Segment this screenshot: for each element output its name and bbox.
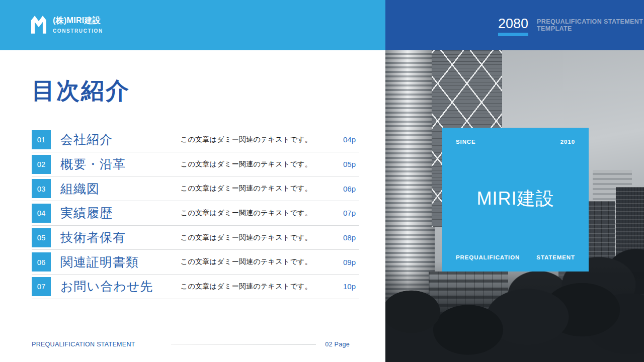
toc-row: 07お問い合わせ先この文章はダミー関連のテキストです。10p (32, 275, 359, 299)
toc-item-number: 03 (32, 179, 51, 198)
since-card-bottom-row: PREQUALIFICATION STATEMENT (456, 254, 575, 260)
toc-list: 01会社紹介この文章はダミー関連のテキストです。04p02概要・沿革この文章はダ… (32, 128, 359, 299)
toc-item-page: 05p (322, 160, 359, 168)
toc-item-title: 実績履歴 (60, 205, 113, 221)
footer-page-number: 02 Page (325, 341, 350, 348)
footer-label: PREQUALIFICATION STATEMENT (32, 341, 135, 348)
card-year: 2010 (560, 139, 575, 145)
toc-item-title: 組織図 (60, 180, 100, 197)
footer-divider-line (171, 344, 316, 345)
page-title: 目次紹介 (32, 75, 130, 107)
toc-item-title: お問い合わせ先 (60, 278, 153, 295)
toc-item-page: 04p (322, 135, 359, 144)
logo-text: (株)MIRI建設 CONSTRUCTION (53, 16, 103, 34)
header-number-block: 2080 (498, 17, 528, 36)
toc-item-page: 09p (322, 258, 359, 266)
city-photo: SINCE 2010 MIRI建設 PREQUALIFICATION STATE… (385, 50, 644, 362)
toc-item-title: 関連証明書類 (60, 254, 139, 270)
toc-row: 03組織図この文章はダミー関連のテキストです。06p (32, 176, 359, 201)
header-template-label: PREQUALIFICATION STATEMENT TEMPLATE (537, 17, 643, 36)
card-since-label: SINCE (456, 139, 476, 145)
toc-item-number: 01 (32, 130, 51, 149)
toc-item-desc: この文章はダミー関連のテキストです。 (181, 184, 312, 193)
toc-item-title: 会社紹介 (60, 131, 113, 148)
m-logo-icon (31, 15, 46, 35)
toc-item-page: 08p (322, 233, 359, 242)
header-number-underline (498, 33, 528, 36)
toc-item-page: 06p (322, 185, 359, 193)
company-logo: (株)MIRI建設 CONSTRUCTION (31, 15, 103, 35)
toc-row: 02概要・沿革この文章はダミー関連のテキストです。05p (32, 152, 359, 177)
card-statement-label: STATEMENT (536, 254, 575, 260)
toc-item-number: 06 (32, 252, 51, 272)
header-left-section: (株)MIRI建設 CONSTRUCTION (0, 0, 385, 50)
toc-item-title: 技術者保有 (60, 229, 126, 246)
toc-item-desc: この文章はダミー関連のテキストです。 (181, 135, 312, 144)
toc-item-page: 07p (322, 209, 359, 217)
toc-row: 05技術者保有この文章はダミー関連のテキストです。08p (32, 226, 359, 250)
toc-item-desc: この文章はダミー関連のテキストです。 (181, 282, 312, 291)
toc-item-number: 04 (32, 204, 51, 223)
header-right-section: 2080 PREQUALIFICATION STATEMENT TEMPLATE (385, 0, 644, 50)
toc-item-desc: この文章はダミー関連のテキストです。 (181, 209, 312, 218)
toc-item-desc: この文章はダミー関連のテキストです。 (181, 160, 312, 169)
toc-item-desc: この文章はダミー関連のテキストです。 (181, 233, 312, 242)
toc-item-page: 10p (322, 282, 359, 291)
toc-item-number: 02 (32, 155, 51, 174)
header-number: 2080 (498, 17, 528, 31)
presentation-slide: (株)MIRI建設 CONSTRUCTION 2080 PREQUALIFICA… (0, 0, 644, 362)
footer: PREQUALIFICATION STATEMENT 02 Page (32, 341, 350, 348)
header-template-block: 2080 PREQUALIFICATION STATEMENT TEMPLATE (498, 17, 643, 36)
toc-item-number: 07 (32, 277, 51, 296)
toc-item-number: 05 (32, 228, 51, 247)
company-name: (株)MIRI建設 (53, 16, 103, 26)
toc-item-title: 概要・沿革 (60, 156, 126, 172)
card-company-name: MIRI建設 (442, 187, 589, 211)
header-bar: (株)MIRI建設 CONSTRUCTION 2080 PREQUALIFICA… (0, 0, 644, 50)
header-template-line1: PREQUALIFICATION STATEMENT (537, 18, 643, 25)
trees-shape (385, 261, 644, 362)
since-card: SINCE 2010 MIRI建設 PREQUALIFICATION STATE… (442, 128, 589, 272)
header-template-line2: TEMPLATE (537, 25, 643, 32)
toc-row: 06関連証明書類この文章はダミー関連のテキストです。09p (32, 250, 359, 275)
card-prequalification-label: PREQUALIFICATION (456, 254, 520, 260)
toc-row: 01会社紹介この文章はダミー関連のテキストです。04p (32, 128, 359, 152)
since-card-top-row: SINCE 2010 (456, 139, 575, 145)
company-subtitle: CONSTRUCTION (53, 28, 103, 34)
toc-row: 04実績履歴この文章はダミー関連のテキストです。07p (32, 201, 359, 226)
toc-item-desc: この文章はダミー関連のテキストです。 (181, 257, 312, 266)
